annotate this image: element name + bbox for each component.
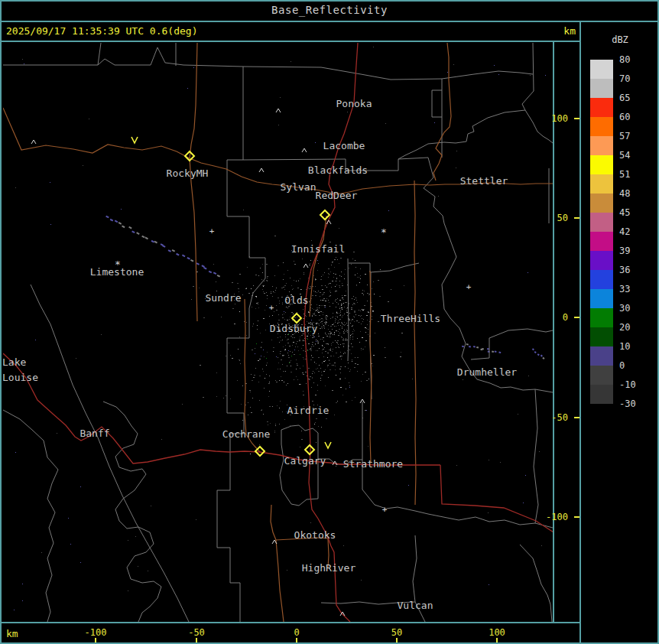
radar-echo-pixel [340,325,341,326]
radar-site-icon[interactable] [305,445,314,454]
radar-echo-pixel [336,278,337,279]
radar-echo-pixel [223,398,224,398]
radar-echo-pixel [353,316,354,317]
radar-echo-pixel [330,318,331,319]
radar-echo-pixel [325,317,326,317]
river-echo-streak [182,255,185,256]
radar-echo-pixel [284,274,284,275]
colorbar-swatch [590,117,613,136]
radar-echo-pixel [368,312,369,313]
colorbar-swatch [590,308,613,327]
radar-echo-pixel [245,288,247,289]
right-axis-tick-label: -100 [533,512,568,522]
radar-echo-pixel [262,272,263,273]
radar-echo-pixel [298,280,299,281]
radar-echo-pixel [347,350,348,351]
radar-echo-pixel [291,356,292,356]
radar-echo-pixel [340,314,341,315]
river-echo-streak [168,250,171,252]
radar-echo-pixel [321,285,323,286]
county-boundary-line [522,43,553,143]
radar-echo-pixel [359,322,359,323]
radar-echo-pixel [260,268,261,268]
radar-echo-pixel [337,298,338,299]
radar-echo-pixel [323,325,324,326]
radar-echo-pixel [259,376,261,376]
radar-echo-pixel [341,356,342,356]
radar-echo-pixel [359,282,360,283]
radar-echo-pixel [344,307,345,307]
radar-echo-pixel [327,366,328,367]
radar-echo-pixel [344,352,345,353]
radar-echo-pixel [347,330,348,331]
radar-echo-pixel [289,319,290,320]
radar-echo-pixel [333,317,333,317]
radar-echo-pixel [316,279,317,280]
radar-echo-pixel [372,366,373,366]
site-plus-marker: + [269,303,274,313]
radar-echo-pixel [349,385,350,386]
radar-echo-pixel [324,328,325,329]
city-label: Airdrie [287,405,330,416]
wind-arrow-icon [131,137,138,143]
radar-echo-pixel [339,329,340,330]
radar-echo-pixel [345,378,346,379]
radar-echo-pixel [326,418,327,419]
radar-echo-pixel [292,334,294,335]
radar-echo-pixel [283,287,284,288]
radar-echo-pixel [339,315,341,316]
radar-site-icon[interactable] [320,210,330,220]
radar-echo-pixel [24,63,24,64]
radar-echo-pixel [352,326,352,327]
radar-echo-pixel [329,337,330,337]
radar-echo-pixel [326,287,327,288]
radar-echo-pixel [262,264,263,265]
radar-echo-pixel [355,298,356,298]
radar-echo-pixel [315,142,316,143]
radar-echo-pixel [338,304,339,304]
radar-echo-pixel [304,274,304,275]
radar-echo-pixel [385,347,385,348]
radar-echo-pixel [338,325,339,326]
radar-echo-pixel [296,343,297,344]
radar-echo-pixel [315,278,316,279]
radar-echo-pixel [321,375,323,376]
bottom-axis-tick-label: 100 [474,627,520,638]
river-echo-streak [495,351,497,352]
radar-echo-pixel [285,371,286,372]
radar-echo-pixel [290,425,291,426]
radar-window: Base_Reflectivity 2025/09/17 11:35:39 UT… [0,0,659,644]
radar-echo-pixel [292,337,293,338]
wind-arrow-icon [325,442,331,448]
radar-echo-pixel [337,343,338,343]
river-echo-streak [118,223,122,224]
radar-echo-pixel [287,339,289,340]
radar-echo-pixel [239,274,241,275]
river-echo-streak [122,226,125,227]
radar-echo-pixel [347,315,348,316]
radar-echo-pixel [408,485,409,486]
radar-echo-pixel [362,293,363,294]
radar-echo-pixel [368,334,368,335]
bottom-axis-tick-label: 50 [374,627,420,638]
radar-echo-pixel [284,319,285,320]
radar-echo-pixel [346,311,347,311]
bottom-axis-tick-label: -50 [174,627,219,638]
radar-echo-pixel [14,610,15,610]
radar-echo-pixel [269,406,271,407]
colorbar-swatch [590,327,613,346]
radar-echo-pixel [283,371,284,372]
radar-echo-pixel [338,331,339,332]
radar-echo-pixel [282,340,283,340]
radar-echo-pixel [321,276,322,277]
radar-echo-pixel [296,359,297,360]
radar-echo-pixel [239,311,240,312]
radar-echo-pixel [385,123,386,124]
radar-echo-pixel [323,298,325,299]
radar-echo-pixel [258,275,259,276]
radar-echo-pixel [266,374,267,375]
colorbar-level-label: 0 [619,361,653,370]
radar-echo-pixel [330,326,332,327]
radar-echo-pixel [339,287,340,288]
radar-echo-pixel [346,331,346,332]
